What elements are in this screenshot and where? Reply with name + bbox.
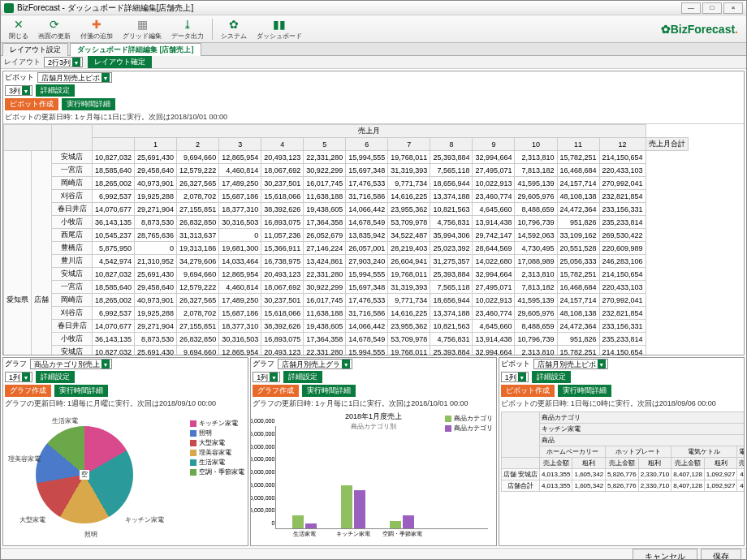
tab-layout[interactable]: レイアウト設定	[2, 43, 68, 56]
layout-select[interactable]: 2行3列	[44, 57, 83, 67]
graph2-select[interactable]: 店舗月別売上グラ	[278, 359, 352, 369]
export-button[interactable]: ⤓データ出力	[171, 18, 204, 41]
chart-panel-bar: グラフ店舗月別売上グラ 1列詳細設定 グラフ作成実行時間詳細 グラフの更新日時:…	[250, 357, 496, 546]
minimize-button[interactable]: —	[681, 2, 701, 14]
pivot-table: 売上月123456789101112売上月合計愛知県店舗安城店10,827,03…	[3, 124, 689, 355]
refresh-button[interactable]: ⟳画面の更新	[38, 18, 71, 41]
graph1-row-select[interactable]: 1列	[5, 372, 32, 382]
pivot2-create-button[interactable]: ピボット作成	[501, 385, 555, 397]
window-titlebar: BizForecast - ダッシュボード詳細編集[店舗売上] — □ ×	[1, 1, 746, 15]
pivot2-select[interactable]: 店舗月別売上ピボ	[533, 359, 608, 369]
graph2-row-select[interactable]: 1列	[253, 372, 280, 382]
pivot-select[interactable]: 店舗月別売上ピボ	[37, 72, 112, 83]
graph1-select[interactable]: 商品カテゴリ別売上	[30, 359, 112, 369]
layout-confirm-button[interactable]: レイアウト確定	[88, 56, 152, 68]
pie-legend: キッチン家電照明大型家電理美容家電生活家電空調・季節家電	[190, 418, 244, 477]
system-button[interactable]: ✿システム	[221, 18, 247, 41]
pivot-table-scroll[interactable]: 売上月123456789101112売上月合計愛知県店舗安城店10,827,03…	[3, 123, 744, 355]
timing-detail-button[interactable]: 実行時間詳細	[62, 98, 115, 110]
graph2-timing-button[interactable]: 実行時間詳細	[302, 385, 356, 397]
grid-edit-button[interactable]: ▦グリッド編集	[123, 18, 162, 41]
graph1-create-button[interactable]: グラフ作成	[5, 385, 51, 397]
layout-bar: レイアウト 2行3列 レイアウト確定	[1, 56, 746, 69]
add-note-button[interactable]: ✚付箋の追加	[80, 18, 113, 41]
pivot2-timing-button[interactable]: 実行時間詳細	[558, 385, 611, 397]
ribbon-toolbar: ✕閉じる ⟳画面の更新 ✚付箋の追加 ▦グリッド編集 ⤓データ出力 ✿システム …	[1, 15, 746, 43]
pivot-panel-main: ピボット 店舗月別売上ピボ 3列 詳細設定 ピボット作成 実行時間詳細 ピボット…	[2, 71, 745, 355]
save-button[interactable]: 保存	[701, 549, 741, 561]
pivot2-row-select[interactable]: 1列	[501, 372, 529, 382]
cancel-button[interactable]: キャンセル	[633, 549, 697, 561]
window-title: BizForecast - ダッシュボード詳細編集[店舗売上]	[17, 2, 680, 14]
tab-detail[interactable]: ダッシュボード詳細編集 [店舗売上]	[70, 43, 201, 56]
footer-bar: キャンセル 保存	[1, 548, 746, 560]
small-pivot-table: 商品カテゴリキッチン家電商品ホームベーカリーホットプレート電気ケトル電気ポッ売上…	[501, 411, 744, 492]
bar-chart: 05,000,00010,000,00015,000,00020,000,000…	[275, 426, 487, 529]
maximize-button[interactable]: □	[702, 2, 722, 14]
brand-logo: ✿BizForecast.	[661, 23, 738, 36]
graph2-detail-button[interactable]: 詳細設定	[283, 371, 322, 383]
pivot-panel-small: ピボット店舗月別売上ピボ 1列詳細設定 ピボット作成実行時間詳細 ピボットの更新…	[499, 357, 745, 546]
graph1-detail-button[interactable]: 詳細設定	[36, 371, 75, 383]
document-tabs: レイアウト設定 ダッシュボード詳細編集 [店舗売上]	[1, 43, 746, 56]
detail-settings-button[interactable]: 詳細設定	[36, 84, 75, 97]
graph1-timing-button[interactable]: 実行時間詳細	[54, 385, 108, 397]
pivot-rows-select[interactable]: 3列	[5, 85, 32, 96]
layout-label: レイアウト	[4, 57, 41, 67]
pivot-status: ピボットの更新日時: 1ヶ月毎に1日に実行。次回は2018/10/01 00:0…	[3, 111, 744, 123]
pivot-create-button[interactable]: ピボット作成	[5, 98, 58, 110]
pivot2-detail-button[interactable]: 詳細設定	[532, 371, 571, 383]
close-button[interactable]: ×	[723, 2, 743, 14]
chart-panel-pie: グラフ商品カテゴリ別売上 1列詳細設定 グラフ作成実行時間詳細 グラフの更新日時…	[2, 357, 248, 546]
app-icon	[4, 3, 14, 13]
graph2-create-button[interactable]: グラフ作成	[253, 385, 299, 397]
dashboard-button[interactable]: ▮▮ダッシュボード	[257, 18, 302, 41]
close-tab-button[interactable]: ✕閉じる	[9, 18, 28, 41]
